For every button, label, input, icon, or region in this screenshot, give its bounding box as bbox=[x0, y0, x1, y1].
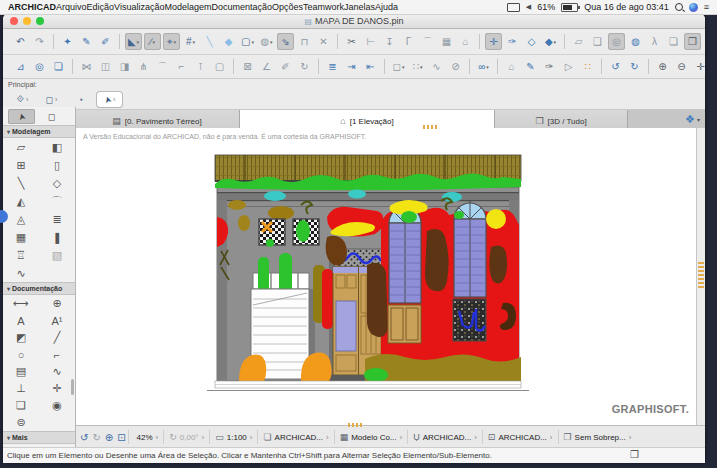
morph-tool[interactable]: ∿ bbox=[8, 264, 34, 282]
status-redo-zoom-icon[interactable]: ↻ bbox=[92, 432, 100, 443]
guide-lines-icon[interactable]: ◣▾ bbox=[125, 33, 142, 50]
sheet-icon[interactable]: ▢ bbox=[211, 58, 228, 75]
solid-ops-icon[interactable]: ◆▾ bbox=[542, 33, 559, 50]
minimize-window-icon[interactable] bbox=[23, 17, 31, 25]
fillet-icon[interactable]: ⌒ bbox=[419, 33, 436, 50]
siri-icon[interactable] bbox=[689, 3, 698, 12]
snap-points-icon[interactable]: ⌖▾ bbox=[163, 33, 180, 50]
pan-icon[interactable]: ✛ bbox=[692, 58, 705, 75]
wall-tool[interactable]: ▱ bbox=[8, 138, 34, 156]
box-3d-icon[interactable]: ▱ bbox=[570, 33, 587, 50]
move-icon[interactable]: ✛ bbox=[485, 33, 502, 50]
detail-tool[interactable]: ◉ bbox=[44, 397, 70, 414]
selection-options-icon[interactable]: ◻▾ bbox=[390, 58, 407, 75]
suspend-groups-icon[interactable]: ◍▾ bbox=[258, 33, 275, 50]
marquee-options-icon[interactable]: ▢▾ bbox=[239, 33, 256, 50]
cube-3d-icon[interactable]: ❑ bbox=[589, 33, 606, 50]
menu-teamwork[interactable]: Teamwork bbox=[303, 2, 344, 12]
copy-doc-icon[interactable]: ❏ bbox=[665, 33, 682, 50]
slab-tool[interactable]: ⊞ bbox=[8, 156, 34, 174]
toolbox-section-documentacao[interactable]: Documentação bbox=[3, 282, 75, 295]
hotlink-icon[interactable]: ∞▾ bbox=[475, 58, 492, 75]
toolbox-scrollbar-thumb[interactable] bbox=[71, 379, 74, 395]
elevate-icon[interactable]: ⊺ bbox=[192, 58, 209, 75]
scissors-icon[interactable]: ✂ bbox=[343, 33, 360, 50]
menu-opcoes[interactable]: Opções bbox=[272, 2, 303, 12]
transform-options-icon[interactable]: ∷▾ bbox=[409, 58, 426, 75]
shell-tool[interactable]: ⌒ bbox=[44, 192, 70, 210]
level-mark-tool[interactable]: ⊥ bbox=[8, 380, 34, 397]
fill-tool[interactable]: ◩ bbox=[8, 329, 34, 346]
corner-icon[interactable]: ⌐ bbox=[173, 58, 190, 75]
pick-up-parameters-icon[interactable]: ✎ bbox=[78, 33, 95, 50]
menu-edicao[interactable]: Edição bbox=[87, 2, 115, 12]
mesh-tool[interactable]: ◬ bbox=[8, 210, 34, 228]
multiply-dots-icon[interactable]: ∷ bbox=[579, 58, 596, 75]
elevation-z-icon[interactable]: ↧ bbox=[381, 33, 398, 50]
guide-segment-icon[interactable]: ╲ bbox=[201, 33, 218, 50]
line-tool[interactable]: ╱ bbox=[44, 329, 70, 346]
intersect-icon[interactable]: ⋔ bbox=[135, 58, 152, 75]
capture-view-icon[interactable]: ❏ bbox=[50, 58, 67, 75]
angle-icon[interactable]: ∠ bbox=[258, 58, 275, 75]
curtain-wall-tool[interactable]: ▦ bbox=[8, 228, 34, 246]
roof-tool[interactable]: ◭ bbox=[8, 192, 34, 210]
orientation[interactable]: ↻0,00°› bbox=[163, 430, 209, 444]
ghost-arrow-icon[interactable]: ▷ bbox=[560, 58, 577, 75]
stair-tool[interactable]: ≣ bbox=[44, 210, 70, 228]
edit-story-icon[interactable]: ✎ bbox=[522, 58, 539, 75]
fillet-chamfer-icon[interactable]: ⌒ bbox=[154, 58, 171, 75]
spline-tool[interactable]: ∿ bbox=[44, 363, 70, 380]
slant-edit-icon[interactable]: ✐ bbox=[277, 58, 294, 75]
rotate-edit-icon[interactable]: ↻ bbox=[296, 58, 313, 75]
toolbox-section-modelagem[interactable]: Modelagem bbox=[3, 125, 75, 138]
paint-icon[interactable]: ✑ bbox=[504, 33, 521, 50]
scale-setting[interactable]: ▭1:100› bbox=[209, 430, 257, 444]
level-dimension-tool[interactable]: ⊕ bbox=[44, 295, 70, 312]
redo-icon[interactable]: ↷ bbox=[31, 33, 48, 50]
polyline-tool[interactable]: ⌐ bbox=[44, 346, 70, 363]
zoom-in-icon[interactable]: ⊕ bbox=[654, 58, 671, 75]
element-snap-icon[interactable]: ⊓ bbox=[296, 33, 313, 50]
display-mirroring-icon[interactable] bbox=[507, 3, 520, 12]
trim-icon[interactable]: ⋈ bbox=[78, 58, 95, 75]
object-tool[interactable]: ◇ bbox=[44, 174, 70, 192]
close-window-icon[interactable] bbox=[10, 17, 18, 25]
menu-visualizacao[interactable]: Visualização bbox=[114, 2, 164, 12]
spotlight-icon[interactable] bbox=[675, 3, 683, 11]
beam-tool[interactable]: ╲ bbox=[8, 174, 34, 192]
send-back-icon[interactable]: ⇤ bbox=[362, 58, 379, 75]
layer-combination[interactable]: ❏ARCHICAD...› bbox=[257, 430, 333, 444]
render-sphere-icon[interactable]: ◍ bbox=[627, 33, 644, 50]
window-title-bar[interactable]: ▤ MAPA DE DANOS.pin bbox=[3, 14, 705, 29]
menu-archicad[interactable]: ARCHICAD bbox=[8, 2, 56, 12]
menu-janelas[interactable]: Janelas bbox=[344, 2, 375, 12]
zoom-window-icon[interactable] bbox=[36, 17, 44, 25]
find-select-icon[interactable]: ◎ bbox=[31, 58, 48, 75]
model-view-options[interactable]: ▦Modelo Co...› bbox=[334, 430, 408, 444]
tabbar-drag-handle[interactable] bbox=[423, 125, 439, 129]
orbit-button[interactable]: ◔ bbox=[68, 92, 93, 107]
dimension-style[interactable]: ⊡ARCHICAD...› bbox=[482, 430, 558, 444]
column-tool[interactable]: ❚ bbox=[44, 228, 70, 246]
hotspot-tool[interactable]: ✛ bbox=[44, 380, 70, 397]
arrow-tool-button[interactable]: ➤› bbox=[97, 92, 122, 107]
snap-guides-icon[interactable]: ∕▾ bbox=[144, 33, 161, 50]
paste-doc-icon[interactable]: ❐ bbox=[684, 33, 701, 50]
palette-grab-handle[interactable] bbox=[698, 262, 704, 288]
menu-arquivo[interactable]: Arquivo bbox=[56, 2, 87, 12]
guide-eraser-icon[interactable]: ◆ bbox=[220, 33, 237, 50]
dimension-tool[interactable]: ⟷ bbox=[8, 295, 34, 312]
elevation-drawing[interactable] bbox=[207, 153, 529, 393]
roof-home-icon[interactable]: ⌂ bbox=[457, 33, 474, 50]
furnishing-tool[interactable]: ♖ bbox=[8, 246, 34, 264]
walkthrough-icon[interactable]: λ bbox=[646, 33, 663, 50]
favorites-icon[interactable]: ✦ bbox=[59, 33, 76, 50]
zoom-level[interactable]: 42%› bbox=[128, 430, 164, 444]
explode-icon[interactable]: ⊠ bbox=[239, 58, 256, 75]
notes-icon[interactable]: ✑ bbox=[541, 58, 558, 75]
status-zoom-in-icon[interactable]: ⊕ bbox=[105, 432, 113, 443]
camera-tool[interactable]: ⌖ bbox=[8, 444, 34, 447]
label-tool[interactable]: A¹ bbox=[44, 312, 70, 329]
status-fit-view-icon[interactable]: ⊡ bbox=[117, 432, 125, 443]
